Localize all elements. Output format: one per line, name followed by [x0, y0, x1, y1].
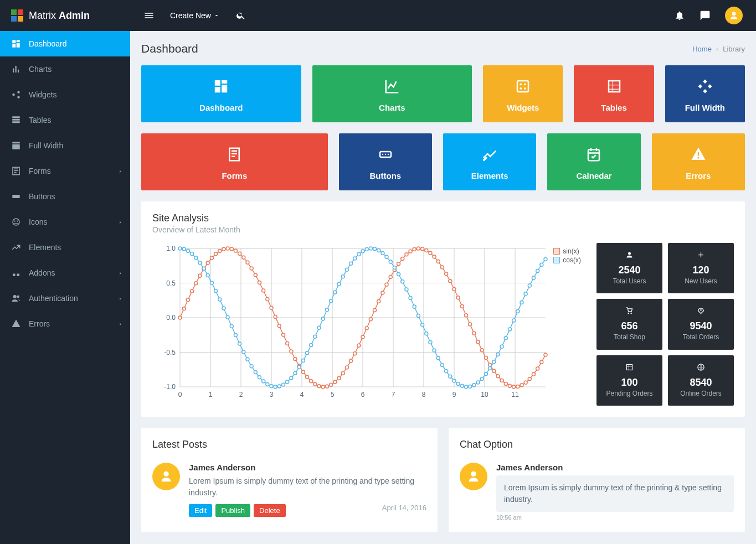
- svg-point-237: [524, 292, 527, 296]
- sidebar-item-dashboard[interactable]: Dashboard: [0, 31, 130, 56]
- chat-title: Chat Option: [460, 439, 734, 450]
- nav-label: Charts: [29, 65, 52, 74]
- search-icon[interactable]: [235, 10, 246, 21]
- sidebar-item-forms[interactable]: Forms›: [0, 158, 130, 184]
- tile-elements[interactable]: Elements: [443, 133, 536, 190]
- svg-point-172: [266, 382, 269, 386]
- svg-point-108: [381, 291, 384, 294]
- svg-point-91: [313, 382, 317, 386]
- tile-forms[interactable]: Forms: [141, 133, 328, 190]
- user-avatar[interactable]: [725, 7, 743, 24]
- tile-label: Forms: [147, 171, 322, 180]
- svg-point-212: [425, 332, 428, 335]
- sidebar-item-buttons[interactable]: Buttons: [0, 184, 130, 209]
- tile-tables[interactable]: Tables: [574, 65, 654, 122]
- sidebar-item-elements[interactable]: Elements: [0, 235, 130, 260]
- chevron-down-icon: [213, 12, 220, 19]
- sidebar-item-icons[interactable]: Icons›: [0, 209, 130, 235]
- svg-point-196: [361, 250, 364, 253]
- svg-text:9: 9: [452, 391, 456, 398]
- tile-errors[interactable]: Errors: [652, 133, 745, 190]
- svg-text:3: 3: [270, 391, 274, 398]
- svg-point-188: [330, 299, 333, 303]
- svg-point-145: [528, 377, 531, 381]
- svg-point-7: [17, 220, 18, 221]
- svg-point-77: [258, 281, 261, 284]
- post-item: James Anderson Lorem Ipsum is simply dum…: [152, 463, 426, 512]
- svg-rect-22: [698, 157, 700, 159]
- tile-label: Calnedar: [553, 171, 635, 180]
- sidebar-item-errors[interactable]: Errors›: [0, 311, 130, 336]
- nav-label: Widgets: [29, 90, 57, 99]
- sidebar-item-authentication[interactable]: Authentication›: [0, 286, 130, 311]
- sidebar-item-addons[interactable]: Addons›: [0, 260, 130, 286]
- bell-icon[interactable]: [674, 10, 685, 21]
- brand[interactable]: Matrix Admin: [0, 9, 130, 22]
- tile-icon: [344, 146, 426, 163]
- sidebar-item-tables[interactable]: Tables: [0, 107, 130, 133]
- stat-value: 100: [600, 377, 659, 388]
- svg-point-193: [349, 262, 352, 265]
- chat-panel: Chat Option James Anderson Lorem Ipsum i…: [449, 428, 745, 532]
- sidebar-item-widgets[interactable]: Widgets: [0, 82, 130, 107]
- svg-point-116: [413, 248, 416, 251]
- delete-button[interactable]: Delete: [254, 504, 286, 517]
- svg-point-68: [222, 247, 225, 251]
- breadcrumb-home[interactable]: Home: [692, 45, 712, 53]
- svg-point-101: [353, 352, 357, 355]
- tile-dashboard[interactable]: Dashboard: [141, 65, 301, 122]
- svg-point-133: [480, 349, 484, 352]
- svg-point-105: [369, 318, 372, 321]
- svg-point-119: [425, 248, 428, 252]
- svg-text:11: 11: [511, 391, 519, 398]
- svg-rect-21: [698, 152, 700, 156]
- legend-cos: cos(x): [563, 256, 581, 264]
- tile-label: Charts: [318, 103, 467, 112]
- bottom-row: Latest Posts James Anderson Lorem Ipsum …: [141, 428, 745, 543]
- tile-widgets[interactable]: Widgets: [483, 65, 563, 122]
- svg-text:0: 0: [178, 391, 182, 398]
- svg-rect-15: [609, 81, 620, 92]
- svg-text:-0.5: -0.5: [164, 349, 176, 356]
- svg-point-176: [282, 383, 285, 386]
- tile-calnedar[interactable]: Calnedar: [547, 133, 640, 190]
- svg-point-154: [194, 256, 198, 260]
- svg-text:1: 1: [209, 391, 213, 398]
- tile-icon: [147, 77, 296, 95]
- sidebar-item-full-width[interactable]: Full Width: [0, 133, 130, 158]
- svg-point-134: [484, 356, 487, 359]
- svg-point-155: [198, 261, 202, 265]
- chat-item: James Anderson Lorem Ipsum is simply dum…: [460, 463, 734, 521]
- svg-text:5: 5: [331, 391, 335, 398]
- menu-toggle-icon[interactable]: [143, 10, 155, 21]
- svg-point-178: [290, 376, 293, 380]
- chat-icon[interactable]: [700, 10, 711, 21]
- publish-button[interactable]: Publish: [215, 504, 250, 517]
- sidebar-item-charts[interactable]: Charts: [0, 56, 130, 82]
- svg-point-62: [198, 274, 202, 277]
- svg-point-182: [306, 351, 309, 355]
- svg-point-109: [385, 283, 388, 286]
- edit-button[interactable]: Edit: [189, 504, 212, 517]
- svg-point-125: [449, 279, 452, 283]
- svg-point-189: [333, 291, 337, 294]
- stat-label: Total Shop: [600, 333, 659, 341]
- create-new-dropdown[interactable]: Create New: [170, 11, 220, 20]
- svg-point-157: [206, 274, 209, 277]
- svg-point-98: [341, 372, 344, 375]
- svg-point-165: [238, 342, 241, 345]
- nav-icon: [11, 39, 21, 49]
- svg-point-107: [377, 299, 380, 303]
- svg-point-243: [628, 252, 631, 255]
- svg-point-206: [401, 280, 404, 283]
- tile-charts[interactable]: Charts: [312, 65, 472, 122]
- tile-full-width[interactable]: Full Width: [665, 65, 745, 122]
- svg-point-73: [242, 256, 245, 259]
- tile-buttons[interactable]: Buttons: [339, 133, 432, 190]
- svg-point-202: [385, 255, 388, 258]
- svg-point-67: [218, 249, 222, 252]
- svg-text:0.0: 0.0: [166, 314, 176, 322]
- svg-point-233: [508, 328, 511, 331]
- svg-point-128: [460, 305, 464, 308]
- svg-point-58: [182, 307, 186, 310]
